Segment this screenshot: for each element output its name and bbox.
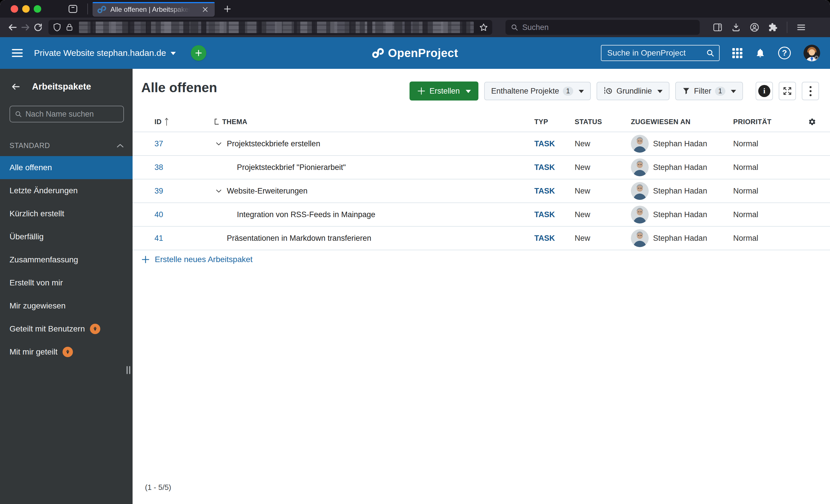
table-row[interactable]: 40 Integration von RSS-Feeds in Mainpage… xyxy=(133,203,830,227)
help-icon[interactable]: ? xyxy=(778,47,791,59)
row-type[interactable]: TASK xyxy=(534,234,575,243)
sidebar-item[interactable]: Kürzlich erstellt xyxy=(0,202,133,225)
sidebar-item[interactable]: Alle offenen xyxy=(0,156,133,179)
reload-icon[interactable] xyxy=(32,21,44,34)
row-id-link[interactable]: 37 xyxy=(155,139,163,148)
row-priority[interactable]: Normal xyxy=(733,234,808,243)
sidebar-item[interactable]: Zusammenfassung xyxy=(0,248,133,271)
browser-tab-active[interactable]: Alle offenen | Arbeitspakete | Pri xyxy=(93,2,215,17)
column-header-typ[interactable]: TYP xyxy=(534,118,575,126)
main-menu-toggle-icon[interactable] xyxy=(10,45,25,61)
row-type[interactable]: TASK xyxy=(534,210,575,219)
collapse-toggle[interactable] xyxy=(214,138,224,149)
account-icon[interactable] xyxy=(748,21,761,34)
minimize-window-button[interactable] xyxy=(22,5,30,13)
column-header-prioritaet[interactable]: PRIORITÄT xyxy=(733,118,808,126)
column-header-thema[interactable]: THEMA xyxy=(214,118,534,126)
row-assignee[interactable]: Stephan Hadan xyxy=(631,206,733,224)
fullscreen-button[interactable] xyxy=(779,82,796,100)
row-type[interactable]: TASK xyxy=(534,139,575,148)
row-status[interactable]: New xyxy=(575,210,631,219)
baseline-button[interactable]: Grundlinie xyxy=(597,82,669,100)
user-avatar[interactable] xyxy=(803,45,820,61)
column-header-zugewiesen[interactable]: ZUGEWIESEN AN xyxy=(631,118,733,126)
close-tab-icon[interactable] xyxy=(200,5,210,14)
sidebar-item[interactable]: Letzte Änderungen xyxy=(0,179,133,202)
close-window-button[interactable] xyxy=(11,5,18,13)
collapse-toggle[interactable] xyxy=(214,186,224,196)
row-subject[interactable]: Präsentationen in Markdown transferieren xyxy=(227,234,371,243)
row-subject[interactable]: Website-Erweiterungen xyxy=(227,187,308,196)
new-tab-button[interactable] xyxy=(221,3,234,15)
table-row[interactable]: 39 Website-Erweiterungen TASK New Stepha… xyxy=(133,179,830,203)
notifications-bell-icon[interactable] xyxy=(755,48,765,58)
openproject-header: Private Website stephan.hadan.de OpenPro… xyxy=(0,37,830,69)
project-selector[interactable]: Private Website stephan.hadan.de xyxy=(34,48,176,58)
hierarchy-icon xyxy=(214,119,220,125)
table-row[interactable]: 41 Präsentationen in Markdown transferie… xyxy=(133,227,830,250)
menu-hamburger-icon[interactable] xyxy=(795,21,807,34)
row-assignee[interactable]: Stephan Hadan xyxy=(631,135,733,153)
row-assignee[interactable]: Stephan Hadan xyxy=(631,229,733,247)
plus-icon xyxy=(141,255,150,264)
extensions-icon[interactable] xyxy=(767,21,779,34)
row-id-link[interactable]: 38 xyxy=(155,163,163,172)
bookmark-star-icon[interactable] xyxy=(479,23,488,32)
shield-icon[interactable] xyxy=(53,23,62,32)
sidebar-panel-icon[interactable] xyxy=(711,21,724,34)
row-priority[interactable]: Normal xyxy=(733,187,808,196)
row-status[interactable]: New xyxy=(575,187,631,196)
row-priority[interactable]: Normal xyxy=(733,210,808,219)
row-status[interactable]: New xyxy=(575,163,631,172)
browser-search-box[interactable] xyxy=(506,20,700,35)
more-options-button[interactable] xyxy=(802,82,819,100)
downloads-icon[interactable] xyxy=(730,21,742,34)
sidebar-item[interactable]: Überfällig xyxy=(0,225,133,248)
row-type[interactable]: TASK xyxy=(534,163,575,172)
sidebar-search-box[interactable] xyxy=(9,106,124,123)
row-subject[interactable]: Projektsteckbrief "Pionierarbeit" xyxy=(237,163,346,172)
column-header-id[interactable]: ID xyxy=(155,117,214,126)
forward-icon[interactable] xyxy=(19,21,32,34)
info-button[interactable]: i xyxy=(756,82,773,100)
zoom-window-button[interactable] xyxy=(34,5,41,13)
row-status[interactable]: New xyxy=(575,234,631,243)
row-id-link[interactable]: 39 xyxy=(155,187,163,195)
row-subject[interactable]: Integration von RSS-Feeds in Mainpage xyxy=(237,210,375,219)
back-arrow-icon[interactable] xyxy=(11,82,21,92)
sidebar-item[interactable]: Mit mir geteilt xyxy=(0,340,133,364)
sidebar-resize-handle[interactable] xyxy=(127,366,130,374)
sidebar-search-input[interactable] xyxy=(25,110,119,119)
row-priority[interactable]: Normal xyxy=(733,139,808,148)
openproject-logo[interactable]: OpenProject xyxy=(372,47,458,60)
global-search-box[interactable] xyxy=(601,45,720,61)
row-assignee[interactable]: Stephan Hadan xyxy=(631,182,733,200)
row-priority[interactable]: Normal xyxy=(733,163,808,172)
sidebar-item[interactable]: Erstellt von mir xyxy=(0,271,133,294)
browser-search-input[interactable] xyxy=(522,23,695,32)
url-bar[interactable] xyxy=(49,20,492,35)
table-settings[interactable] xyxy=(808,118,830,126)
tab-overview-icon[interactable] xyxy=(67,3,79,15)
included-projects-button[interactable]: Enthaltene Projekte 1 xyxy=(484,82,591,100)
back-icon[interactable] xyxy=(6,21,19,34)
quick-add-button[interactable] xyxy=(191,45,206,61)
row-type[interactable]: TASK xyxy=(534,187,575,196)
table-row[interactable]: 38 Projektsteckbrief "Pionierarbeit" TAS… xyxy=(133,156,830,179)
lock-icon[interactable] xyxy=(65,23,74,32)
modules-grid-icon[interactable] xyxy=(732,48,742,58)
table-row[interactable]: 37 Projektsteckbriefe erstellen TASK New… xyxy=(133,132,830,156)
row-assignee[interactable]: Stephan Hadan xyxy=(631,158,733,176)
sidebar-item[interactable]: Geteilt mit Benutzern xyxy=(0,317,133,340)
row-id-link[interactable]: 41 xyxy=(155,234,163,242)
column-header-status[interactable]: STATUS xyxy=(575,118,631,126)
create-work-package-link[interactable]: Erstelle neues Arbeitspaket xyxy=(141,255,830,264)
sidebar-section-header[interactable]: STANDARD xyxy=(9,141,124,150)
row-subject[interactable]: Projektsteckbriefe erstellen xyxy=(227,139,320,148)
sidebar-item[interactable]: Mir zugewiesen xyxy=(0,294,133,317)
row-id-link[interactable]: 40 xyxy=(155,210,163,219)
filter-button[interactable]: Filter 1 xyxy=(675,82,743,100)
row-status[interactable]: New xyxy=(575,139,631,148)
global-search-input[interactable] xyxy=(607,48,703,58)
create-button[interactable]: Erstellen xyxy=(410,81,478,101)
